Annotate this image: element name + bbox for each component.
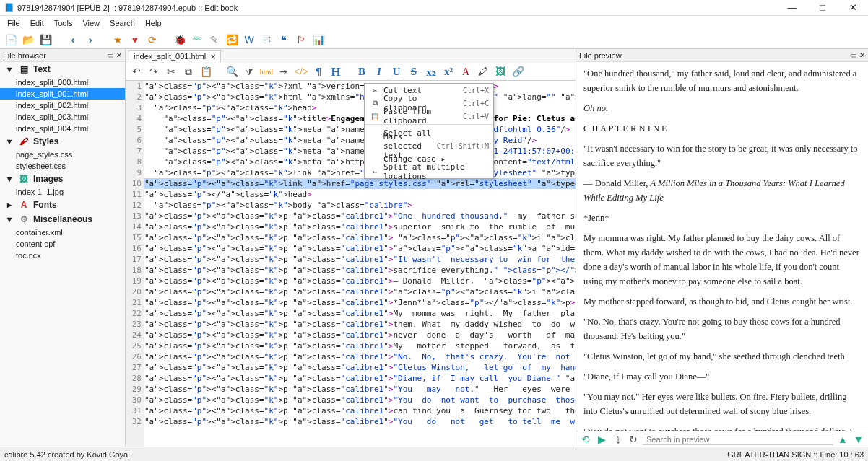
file-item[interactable]: index_split_003.html bbox=[0, 111, 125, 123]
file-browser-header: File browser ▭ ✕ bbox=[0, 49, 125, 62]
cut-icon[interactable]: ✂ bbox=[165, 66, 178, 79]
preview-paragraph: "Diane, if I may call you Diane—" bbox=[583, 369, 861, 384]
edit-icon[interactable]: ✎ bbox=[208, 33, 221, 46]
word-icon[interactable]: W bbox=[243, 33, 256, 46]
preview-body[interactable]: "One hundred thousand," my father said, … bbox=[576, 62, 868, 431]
context-menu-item[interactable]: ✂Split at multiple locations bbox=[365, 165, 493, 178]
file-item[interactable]: toc.ncx bbox=[0, 250, 125, 261]
preview-paragraph: *Jenn* bbox=[583, 211, 861, 225]
menu-tools[interactable]: Tools bbox=[50, 17, 77, 29]
collapse-icon: ▾ bbox=[4, 136, 14, 146]
paragraph-icon[interactable]: ¶ bbox=[312, 66, 325, 79]
preview-search-input[interactable] bbox=[643, 434, 833, 445]
save-icon[interactable]: 💾 bbox=[39, 33, 52, 46]
file-item[interactable]: index_split_004.html bbox=[0, 123, 125, 134]
menu-search[interactable]: Search bbox=[105, 17, 139, 29]
menu-edit[interactable]: Edit bbox=[26, 17, 48, 29]
file-item[interactable]: index-1_1.jpg bbox=[0, 186, 125, 198]
bug-icon[interactable]: 🐞 bbox=[173, 33, 186, 46]
tab-close-icon[interactable]: ✕ bbox=[210, 53, 216, 61]
menu-view[interactable]: View bbox=[78, 17, 104, 29]
file-browser: File browser ▭ ✕ ▾ ▤ Text index_split_00… bbox=[0, 49, 126, 447]
quotes-icon[interactable]: ❝ bbox=[277, 33, 290, 46]
doc-icon[interactable]: 📑 bbox=[260, 33, 273, 46]
section-fonts[interactable]: ▸ A Fonts bbox=[0, 198, 125, 212]
reset-zoom-icon[interactable]: ↻ bbox=[627, 433, 640, 446]
context-menu: ✂Cut textCtrl+X⧉Copy to clipboardCtrl+C📋… bbox=[364, 83, 494, 179]
prev-down-icon[interactable]: ▼ bbox=[852, 433, 865, 446]
status-right: GREATER-THAN SIGN :: Line: 10 : 63 bbox=[727, 450, 864, 459]
maximize-button[interactable]: □ bbox=[812, 2, 833, 13]
styles-section-icon: 🖌 bbox=[19, 136, 29, 146]
indent-icon[interactable]: ⇥ bbox=[277, 66, 290, 79]
flag-icon[interactable]: 🏳 bbox=[295, 33, 308, 46]
file-item[interactable]: index_split_002.html bbox=[0, 100, 125, 111]
text-section-icon: ▤ bbox=[19, 64, 29, 74]
search-doc-icon[interactable]: 🔍 bbox=[225, 66, 238, 79]
preview-paragraph: "Cletus Winston, let go of my hand," she… bbox=[583, 349, 861, 364]
open-folder-icon[interactable]: 📂 bbox=[22, 33, 35, 46]
section-images[interactable]: ▾ 🖼 Images bbox=[0, 172, 125, 186]
heart-icon[interactable]: ♥ bbox=[129, 33, 142, 46]
window-title: 9781942874904 [EPUB 2] :: 9781942874904.… bbox=[17, 4, 781, 12]
tab-index-split-001[interactable]: index_split_001.html ✕ bbox=[129, 50, 221, 62]
collapse-icon: ▾ bbox=[4, 174, 14, 184]
new-file-icon[interactable]: 📄 bbox=[4, 33, 17, 46]
panel-float-icon[interactable]: ▭ bbox=[850, 51, 856, 59]
play-icon[interactable]: ▶ bbox=[595, 433, 608, 446]
italic-icon[interactable]: I bbox=[373, 66, 386, 79]
html-tag-icon[interactable]: html bbox=[260, 66, 273, 79]
file-item[interactable]: stylesheet.css bbox=[0, 160, 125, 172]
panel-close-icon[interactable]: ✕ bbox=[859, 51, 865, 59]
file-item[interactable]: container.xml bbox=[0, 227, 125, 238]
menu-help[interactable]: Help bbox=[141, 17, 166, 29]
section-styles[interactable]: ▾ 🖌 Styles bbox=[0, 134, 125, 149]
strike-icon[interactable]: S bbox=[407, 66, 420, 79]
code-content[interactable]: "a">class="p"><"a">class="k">?xml "a">ve… bbox=[144, 81, 576, 447]
swirl-icon[interactable]: ⟳ bbox=[146, 33, 159, 46]
context-menu-item[interactable]: 📋Paste from clipboardCtrl+V bbox=[365, 110, 493, 123]
star-icon[interactable]: ★ bbox=[111, 33, 124, 46]
context-menu-item[interactable]: Mark selected textCtrl+Shift+M bbox=[365, 139, 493, 152]
refresh-icon[interactable]: ⟲ bbox=[579, 433, 592, 446]
file-item[interactable]: index_split_001.html bbox=[0, 88, 125, 100]
spellcheck-icon[interactable]: ᴬᴮᶜ bbox=[191, 33, 204, 46]
file-item[interactable]: index_split_000.html bbox=[0, 76, 125, 88]
undo-icon[interactable]: ↶ bbox=[130, 66, 143, 79]
chart-icon[interactable]: 📊 bbox=[312, 33, 325, 46]
back-icon[interactable]: ‹ bbox=[66, 33, 79, 46]
link-icon[interactable]: 🔗 bbox=[511, 66, 524, 79]
bold-icon[interactable]: B bbox=[355, 66, 368, 79]
preview-paragraph: My mother stepped forward, as though to … bbox=[583, 294, 861, 309]
close-button[interactable]: ✕ bbox=[842, 2, 864, 13]
code-editor[interactable]: 1234567891011121314151617181920212223242… bbox=[126, 81, 576, 447]
prev-up-icon[interactable]: ▲ bbox=[836, 433, 849, 446]
replace-icon[interactable]: 🔁 bbox=[225, 33, 238, 46]
filter-icon[interactable]: ⧩ bbox=[243, 66, 256, 79]
section-text[interactable]: ▾ ▤ Text bbox=[0, 62, 125, 76]
panel-close-icon[interactable]: ✕ bbox=[116, 51, 122, 59]
file-item[interactable]: content.opf bbox=[0, 238, 125, 250]
redo-icon[interactable]: ↷ bbox=[147, 66, 160, 79]
panel-float-icon[interactable]: ▭ bbox=[107, 51, 113, 59]
copy-icon[interactable]: ⧉ bbox=[182, 66, 195, 79]
file-item[interactable]: page_styles.css bbox=[0, 149, 125, 160]
text-color-icon[interactable]: A bbox=[459, 66, 472, 79]
preview-paragraph: "No. No, that's crazy. You're not going … bbox=[583, 315, 861, 343]
preview-toolbar: ⟲ ▶ ⤵ ↻ ▲ ▼ bbox=[576, 431, 868, 447]
superscript-icon[interactable]: x² bbox=[442, 66, 455, 79]
subscript-icon[interactable]: x₂ bbox=[425, 66, 438, 79]
bg-color-icon[interactable]: 🖍 bbox=[477, 66, 490, 79]
minimize-button[interactable]: — bbox=[781, 2, 803, 13]
heading-icon[interactable]: H bbox=[329, 66, 342, 79]
menu-file[interactable]: File bbox=[3, 17, 25, 29]
menubar: File Edit Tools View Search Help bbox=[0, 16, 868, 30]
underline-icon[interactable]: U bbox=[390, 66, 403, 79]
forward-icon[interactable]: › bbox=[84, 33, 97, 46]
section-misc[interactable]: ▾ ⚙ Miscellaneous bbox=[0, 212, 125, 227]
collapse-icon: ▾ bbox=[4, 214, 14, 224]
paste-icon[interactable]: 📋 bbox=[199, 66, 212, 79]
anchor-icon[interactable]: ⤵ bbox=[611, 433, 624, 446]
image-insert-icon[interactable]: 🖼 bbox=[494, 66, 507, 79]
tag-icon[interactable]: </> bbox=[295, 66, 308, 79]
